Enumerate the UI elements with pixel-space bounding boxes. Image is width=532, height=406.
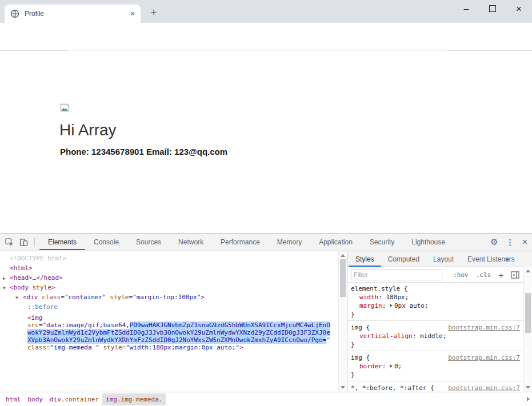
code-token: = xyxy=(39,321,43,329)
settings-gear-icon[interactable]: ⚙ xyxy=(490,237,498,247)
breadcrumb-item[interactable]: html xyxy=(2,393,25,405)
breadcrumb-item[interactable]: body xyxy=(25,393,47,405)
breadcrumbs: htmlbodydiv.containerimg.img-memeda. xyxy=(2,392,166,406)
code-token: <div xyxy=(23,294,42,301)
collapse-arrow-icon[interactable]: ▼ xyxy=(15,293,18,303)
scroll-up-icon[interactable] xyxy=(526,270,530,272)
css-property[interactable]: vertical-align: middle; xyxy=(351,332,520,340)
devtools-tab-memory[interactable]: Memory xyxy=(269,234,310,250)
devtools-body: <!DOCTYPE html><html>▶<head>…</head>▼<bo… xyxy=(0,251,532,392)
code-token: "container" xyxy=(65,294,106,301)
expand-value-icon[interactable] xyxy=(390,364,393,368)
dom-line[interactable]: ▶<head>…</head> xyxy=(0,273,338,283)
rule-selector: element.style { xyxy=(351,285,407,292)
tab-close-icon[interactable]: × xyxy=(127,9,138,18)
new-style-rule-button[interactable]: + xyxy=(498,270,503,280)
dom-line[interactable]: ::before xyxy=(0,302,338,312)
breadcrumb-item[interactable]: img.img-memeda. xyxy=(102,393,166,405)
window-maximize-button[interactable] xyxy=(479,4,506,14)
code-token: "margin-top:100px" xyxy=(133,294,201,301)
devtools-tab-security[interactable]: Security xyxy=(361,234,403,250)
devtools-close-icon[interactable]: × xyxy=(522,237,527,247)
devtools-toolbar-right: ⚙ ⋮ × xyxy=(490,234,527,250)
window-minimize-button[interactable]: – xyxy=(453,2,479,17)
code-token: > xyxy=(201,294,205,301)
devtools-tab-network[interactable]: Network xyxy=(170,234,212,250)
devtools-tab-performance[interactable]: Performance xyxy=(212,234,269,250)
window-close-button[interactable]: × xyxy=(506,1,532,18)
sidebar-tab-layout[interactable]: Layout xyxy=(426,252,461,267)
breadcrumb-bar: htmlbodydiv.containerimg.img-memeda. xyxy=(0,392,532,406)
page-content: Hi Array Phone: 12345678901 Email: 123@q… xyxy=(0,51,532,234)
code-token: class xyxy=(42,294,61,301)
css-rule: bootstrap.min.css:7*, *:before, *:after … xyxy=(347,381,523,392)
devtools-tab-elements[interactable]: Elements xyxy=(39,234,85,250)
breadcrumb-item[interactable]: div.container xyxy=(46,393,102,405)
scrollbar-thumb[interactable] xyxy=(340,259,346,297)
hover-state-toggle[interactable]: :hov xyxy=(453,271,469,279)
hscroll-right-icon[interactable] xyxy=(527,397,530,401)
scrollbar-thumb[interactable] xyxy=(525,293,531,333)
css-property[interactable]: margin: 0px auto; xyxy=(351,302,520,310)
expand-value-icon[interactable] xyxy=(390,304,393,307)
devtools-tab-sources[interactable]: Sources xyxy=(127,234,170,250)
sidebar-tab-event-listeners[interactable]: Event Listeners xyxy=(461,252,522,267)
dock-sidebar-icon[interactable] xyxy=(511,271,519,279)
code-token: <body xyxy=(10,284,33,291)
stylesheet-link[interactable]: bootstrap.min.css:7 xyxy=(448,353,520,362)
css-property[interactable]: width: 180px; xyxy=(351,293,520,302)
stylesheet-link[interactable]: bootstrap.min.css:7 xyxy=(448,384,520,392)
code-token: = xyxy=(61,294,65,301)
code-token: > xyxy=(239,344,243,351)
dom-line[interactable]: class="img-memeda " style="width:180px;m… xyxy=(0,344,338,351)
elements-scrollbar[interactable] xyxy=(338,251,347,392)
device-toolbar-icon[interactable] xyxy=(19,238,29,247)
sidebar-overflow-icon[interactable]: » xyxy=(505,255,509,263)
sidebar-tab-computed[interactable]: Computed xyxy=(381,252,426,267)
styles-scrollbar[interactable] xyxy=(523,267,532,392)
dom-line[interactable]: <img xyxy=(0,314,338,321)
collapse-arrow-icon[interactable]: ▼ xyxy=(3,283,6,293)
code-token: "data:image/gif;base64, xyxy=(43,321,130,329)
contact-info: Phone: 12345678901 Email: 123@qq.com xyxy=(60,147,227,156)
css-rule: bootstrap.min.css:7img {vertical-align: … xyxy=(347,321,523,351)
sidebar-tab-styles[interactable]: Styles xyxy=(349,252,381,267)
dom-line[interactable]: ▼<body style> xyxy=(0,283,338,292)
dom-line[interactable]: src="data:image/gif;base64,PD9waHAKJGNvb… xyxy=(0,321,338,329)
dom-line[interactable]: XVpb3AnOwokY29uZmlnWydkYXRhYmFzZSddID0gJ… xyxy=(0,336,338,344)
code-token: "img-memeda " xyxy=(50,344,99,351)
browser-tab[interactable]: Profile × xyxy=(5,5,141,23)
devtools-tab-console[interactable]: Console xyxy=(85,234,127,250)
dom-line[interactable]: <html> xyxy=(0,263,338,273)
css-rule: bootstrap.min.css:7img {border: 0;} xyxy=(347,351,523,381)
code-token: src xyxy=(27,321,39,329)
dom-line[interactable]: ▼<div class="container" style="margin-to… xyxy=(0,292,338,302)
code-token: > xyxy=(51,284,55,291)
code-token: wokY29uZmlnWyd1c2VybmFtZSddID0gJ3Jvb3QnO… xyxy=(27,329,330,336)
devtools-tab-lighthouse[interactable]: Lighthouse xyxy=(403,234,454,250)
styles-filter-input[interactable] xyxy=(351,270,442,280)
expand-arrow-icon[interactable]: ▶ xyxy=(3,274,6,283)
new-tab-button[interactable]: + xyxy=(147,6,161,19)
broken-image-icon xyxy=(60,103,70,112)
dom-line[interactable]: <!DOCTYPE html> xyxy=(0,254,338,263)
devtools-tab-application[interactable]: Application xyxy=(310,234,361,250)
code-token: <img xyxy=(27,314,43,321)
scroll-down-icon[interactable] xyxy=(526,386,530,389)
code-token: "width:180px;margin:0px auto;" xyxy=(126,344,239,351)
inspect-element-icon[interactable] xyxy=(5,238,14,247)
devtools-menu-icon[interactable]: ⋮ xyxy=(506,238,514,247)
styles-rules: element.style {width: 180px;margin: 0px … xyxy=(347,282,523,392)
scroll-up-icon[interactable] xyxy=(341,254,345,257)
css-property[interactable]: border: 0; xyxy=(351,362,520,371)
stylesheet-link[interactable]: bootstrap.min.css:7 xyxy=(448,323,520,332)
tab-title: Profile xyxy=(25,10,127,18)
class-toggle[interactable]: .cls xyxy=(476,271,491,279)
browser-toolbar: ← → ⚠ 不安全 192.168.173.66 ☆ ⋮ xyxy=(0,23,532,51)
code-token: style xyxy=(103,344,122,351)
scroll-down-icon[interactable] xyxy=(341,386,345,389)
code-token: ::before xyxy=(27,303,58,311)
dom-line[interactable]: wokY29uZmlnWyd1c2VybmFtZSddID0gJ3Jvb3QnO… xyxy=(0,329,338,336)
code-token: style xyxy=(110,294,129,301)
code-token: PD9waHAKJGNvbmZpZ1snaG9zdG5hbWUnXSA9ICcx… xyxy=(130,321,330,329)
